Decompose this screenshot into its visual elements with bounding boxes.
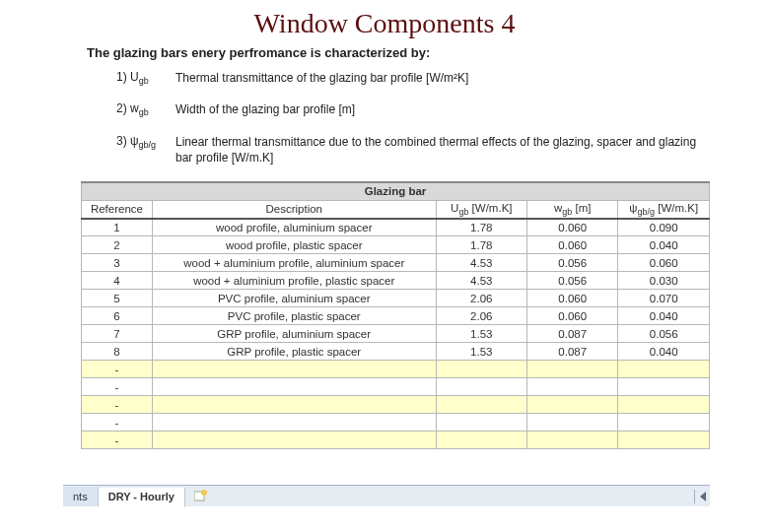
table-row: 4wood + aluminium profile, plastic space… bbox=[82, 272, 710, 290]
cell-w[interactable]: 0.087 bbox=[527, 325, 618, 343]
cell-empty[interactable] bbox=[527, 432, 618, 449]
parameter-index: 1) Ugb bbox=[116, 70, 175, 86]
col-header-description: Description bbox=[152, 200, 436, 219]
sheet-tab-bar: nts DRY - Hourly bbox=[63, 485, 710, 506]
cell-desc[interactable]: PVC profile, plastic spacer bbox=[152, 307, 436, 325]
cell-desc[interactable]: GRP profile, aluminium spacer bbox=[152, 325, 436, 343]
cell-empty[interactable] bbox=[152, 432, 436, 449]
cell-desc[interactable]: wood profile, plastic spacer bbox=[152, 236, 436, 254]
cell-empty[interactable] bbox=[152, 361, 436, 378]
cell-w[interactable]: 0.056 bbox=[527, 254, 618, 272]
glazing-bar-table: Glazing bar Reference Description Ugb [W… bbox=[81, 181, 710, 449]
cell-ref[interactable]: 5 bbox=[82, 290, 153, 307]
cell-empty[interactable] bbox=[436, 414, 526, 432]
cell-empty[interactable] bbox=[618, 361, 710, 378]
cell-ref[interactable]: 6 bbox=[82, 307, 153, 325]
cell-empty[interactable] bbox=[527, 361, 618, 378]
cell-w[interactable]: 0.060 bbox=[527, 307, 618, 325]
cell-u[interactable]: 2.06 bbox=[436, 290, 526, 307]
parameter-row: 2) wgbWidth of the glazing bar profile [… bbox=[116, 101, 710, 117]
cell-empty[interactable] bbox=[527, 378, 618, 396]
cell-ref[interactable]: 8 bbox=[82, 343, 153, 361]
cell-empty[interactable] bbox=[618, 414, 710, 432]
cell-desc[interactable]: PVC profile, aluminium spacer bbox=[152, 290, 436, 307]
cell-empty[interactable]: - bbox=[82, 361, 153, 378]
table-row: 3wood + aluminium profile, aluminium spa… bbox=[82, 254, 710, 272]
cell-w[interactable]: 0.060 bbox=[527, 236, 618, 254]
cell-u[interactable]: 1.78 bbox=[436, 219, 526, 236]
cell-empty[interactable] bbox=[618, 432, 710, 449]
cell-empty[interactable]: - bbox=[82, 414, 153, 432]
intro-text: The glazing bars enery perfromance is ch… bbox=[0, 45, 769, 60]
table-row: 6PVC profile, plastic spacer2.060.0600.0… bbox=[82, 307, 710, 325]
cell-w[interactable]: 0.087 bbox=[527, 343, 618, 361]
cell-psi[interactable]: 0.070 bbox=[618, 290, 710, 307]
glazing-bar-table-wrap: Glazing bar Reference Description Ugb [W… bbox=[81, 181, 710, 449]
sheet-tab-active[interactable]: DRY - Hourly bbox=[99, 488, 185, 507]
scroll-separator bbox=[694, 490, 698, 503]
scroll-left-icon[interactable] bbox=[700, 492, 706, 501]
table-header-row: Reference Description Ugb [W/m.K] wgb [m… bbox=[82, 200, 710, 219]
sheet-tab-partial[interactable]: nts bbox=[63, 487, 99, 506]
parameter-index: 3) ψgb/g bbox=[116, 134, 175, 166]
table-row-empty: - bbox=[82, 396, 710, 414]
cell-empty[interactable]: - bbox=[82, 396, 153, 414]
cell-empty[interactable] bbox=[436, 378, 526, 396]
cell-empty[interactable] bbox=[436, 396, 526, 414]
cell-empty[interactable] bbox=[152, 378, 436, 396]
table-row: 2wood profile, plastic spacer1.780.0600.… bbox=[82, 236, 710, 254]
cell-ref[interactable]: 7 bbox=[82, 325, 153, 343]
parameter-text: Linear thermal transmittance due to the … bbox=[175, 134, 710, 166]
cell-u[interactable]: 4.53 bbox=[436, 254, 526, 272]
new-sheet-button[interactable] bbox=[191, 490, 211, 503]
cell-ref[interactable]: 3 bbox=[82, 254, 153, 272]
cell-desc[interactable]: wood + aluminium profile, aluminium spac… bbox=[152, 254, 436, 272]
cell-ref[interactable]: 2 bbox=[82, 236, 153, 254]
parameter-list: 1) UgbThermal transmittance of the glazi… bbox=[0, 70, 769, 166]
table-row-empty: - bbox=[82, 378, 710, 396]
cell-w[interactable]: 0.060 bbox=[527, 290, 618, 307]
table-body: 1wood profile, aluminium spacer1.780.060… bbox=[82, 219, 710, 449]
cell-psi[interactable]: 0.090 bbox=[618, 219, 710, 236]
parameter-row: 3) ψgb/gLinear thermal transmittance due… bbox=[116, 134, 710, 166]
new-sheet-icon bbox=[194, 490, 208, 503]
cell-empty[interactable] bbox=[527, 396, 618, 414]
cell-empty[interactable] bbox=[152, 414, 436, 432]
col-header-u: Ugb [W/m.K] bbox=[436, 200, 526, 219]
cell-empty[interactable] bbox=[436, 432, 526, 449]
cell-psi[interactable]: 0.060 bbox=[618, 254, 710, 272]
cell-empty[interactable] bbox=[618, 396, 710, 414]
cell-desc[interactable]: GRP profile, plastic spacer bbox=[152, 343, 436, 361]
cell-u[interactable]: 2.06 bbox=[436, 307, 526, 325]
table-banner: Glazing bar bbox=[82, 182, 710, 200]
cell-empty[interactable]: - bbox=[82, 378, 153, 396]
cell-u[interactable]: 1.53 bbox=[436, 343, 526, 361]
cell-ref[interactable]: 1 bbox=[82, 219, 153, 236]
cell-ref[interactable]: 4 bbox=[82, 272, 153, 290]
cell-empty[interactable] bbox=[618, 378, 710, 396]
col-header-psi: ψgb/g [W/m.K] bbox=[618, 200, 710, 219]
table-row: 7GRP profile, aluminium spacer1.530.0870… bbox=[82, 325, 710, 343]
cell-u[interactable]: 1.53 bbox=[436, 325, 526, 343]
table-row-empty: - bbox=[82, 361, 710, 378]
cell-w[interactable]: 0.056 bbox=[527, 272, 618, 290]
cell-psi[interactable]: 0.040 bbox=[618, 343, 710, 361]
cell-u[interactable]: 4.53 bbox=[436, 272, 526, 290]
cell-empty[interactable] bbox=[527, 414, 618, 432]
table-row: 1wood profile, aluminium spacer1.780.060… bbox=[82, 219, 710, 236]
cell-psi[interactable]: 0.056 bbox=[618, 325, 710, 343]
cell-empty[interactable] bbox=[436, 361, 526, 378]
parameter-text: Thermal transmittance of the glazing bar… bbox=[175, 70, 710, 86]
cell-u[interactable]: 1.78 bbox=[436, 236, 526, 254]
table-row-empty: - bbox=[82, 414, 710, 432]
cell-empty[interactable]: - bbox=[82, 432, 153, 449]
cell-desc[interactable]: wood + aluminium profile, plastic spacer bbox=[152, 272, 436, 290]
cell-psi[interactable]: 0.040 bbox=[618, 236, 710, 254]
cell-empty[interactable] bbox=[152, 396, 436, 414]
cell-w[interactable]: 0.060 bbox=[527, 219, 618, 236]
table-row-empty: - bbox=[82, 432, 710, 449]
cell-desc[interactable]: wood profile, aluminium spacer bbox=[152, 219, 436, 236]
cell-psi[interactable]: 0.040 bbox=[618, 307, 710, 325]
cell-psi[interactable]: 0.030 bbox=[618, 272, 710, 290]
svg-point-1 bbox=[201, 490, 207, 496]
